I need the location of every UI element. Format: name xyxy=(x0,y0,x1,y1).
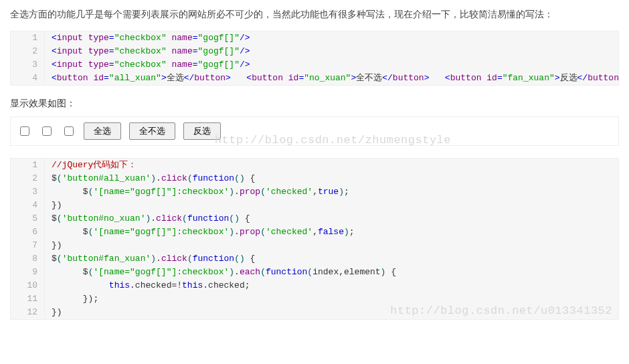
line-number: 2 xyxy=(11,45,45,58)
intro-paragraph: 全选方面的功能几乎是每个需要列表展示的网站所必不可少的，当然此功能也有很多种写法… xyxy=(10,7,619,21)
code-content: }) xyxy=(45,199,618,212)
line-number: 2 xyxy=(11,172,45,185)
watermark-text-1: http://blog.csdn.net/zhumengstyle xyxy=(215,134,451,147)
line-number: 6 xyxy=(11,225,45,239)
code-content: this.checked=!this.checked; xyxy=(45,279,618,292)
code-block-jquery: 1//jQuery代码如下：2$('button#all_xuan').clic… xyxy=(10,158,619,320)
line-number: 11 xyxy=(11,292,45,306)
code-content: <input type="checkbox" name="gogf[]"/> xyxy=(45,31,618,45)
code-line: 6 $('[name="gogf[]"]:checkbox').prop('ch… xyxy=(11,225,618,239)
code-line: 1<input type="checkbox" name="gogf[]"/> xyxy=(11,31,618,45)
line-number: 3 xyxy=(11,185,45,199)
line-number: 1 xyxy=(11,159,45,172)
code-line: 3 $('[name="gogf[]"]:checkbox').prop('ch… xyxy=(11,185,618,199)
code-content: $('[name="gogf[]"]:checkbox').each(funct… xyxy=(45,266,618,279)
code-content: $('[name="gogf[]"]:checkbox').prop('chec… xyxy=(45,225,618,239)
line-number: 3 xyxy=(11,58,45,72)
code-content: $('[name="gogf[]"]:checkbox').prop('chec… xyxy=(45,185,618,199)
code-line: 7}) xyxy=(11,239,618,252)
demo-checkbox-3[interactable] xyxy=(64,126,74,136)
select-all-button[interactable]: 全选 xyxy=(84,122,121,140)
code-line: 2$('button#all_xuan').click(function() { xyxy=(11,172,618,185)
code-content: }) xyxy=(45,306,618,319)
code-line: 8$('button#fan_xuan').click(function() { xyxy=(11,252,618,266)
line-number: 4 xyxy=(11,199,45,212)
line-number: 9 xyxy=(11,266,45,279)
line-number: 7 xyxy=(11,239,45,252)
demo-checkbox-2[interactable] xyxy=(42,126,52,136)
demo-preview: 全选 全不选 反选 http://blog.csdn.net/zhumengst… xyxy=(10,116,619,146)
code-content: <input type="checkbox" name="gogf[]"/> xyxy=(45,58,618,72)
code-line: 4}) xyxy=(11,199,618,212)
code-line: 10 this.checked=!this.checked; xyxy=(11,279,618,292)
code-block-html: 1<input type="checkbox" name="gogf[]"/>2… xyxy=(10,31,619,86)
code-line: 3<input type="checkbox" name="gogf[]"/> xyxy=(11,58,618,72)
line-number: 5 xyxy=(11,212,45,225)
code-content: $('button#no_xuan').click(function() { xyxy=(45,212,618,225)
code-line: 11 }); xyxy=(11,292,618,306)
demo-checkbox-1[interactable] xyxy=(20,126,29,136)
select-none-button[interactable]: 全不选 xyxy=(129,122,175,140)
invert-select-button[interactable]: 反选 xyxy=(183,122,221,140)
code-content: $('button#all_xuan').click(function() { xyxy=(45,172,618,185)
line-number: 1 xyxy=(11,31,45,45)
code-line: 4<button id="all_xuan">全选</button> <butt… xyxy=(11,72,618,85)
code-content: <button id="all_xuan">全选</button> <butto… xyxy=(45,72,619,85)
code-line: 9 $('[name="gogf[]"]:checkbox').each(fun… xyxy=(11,266,618,279)
line-number: 12 xyxy=(11,306,45,319)
line-number: 10 xyxy=(11,279,45,292)
demo-caption: 显示效果如图： xyxy=(10,98,619,110)
code-content: }); xyxy=(45,292,618,306)
line-number: 8 xyxy=(11,252,45,266)
code-content: <input type="checkbox" name="gogf[]"/> xyxy=(45,45,618,58)
line-number: 4 xyxy=(11,72,45,85)
code-line: 5$('button#no_xuan').click(function() { xyxy=(11,212,618,225)
code-content: }) xyxy=(45,239,618,252)
code-line: 1//jQuery代码如下： xyxy=(11,159,618,172)
code-line: 2<input type="checkbox" name="gogf[]"/> xyxy=(11,45,618,58)
code-content: $('button#fan_xuan').click(function() { xyxy=(45,252,618,266)
code-content: //jQuery代码如下： xyxy=(45,159,618,172)
code-line: 12}) xyxy=(11,306,618,319)
